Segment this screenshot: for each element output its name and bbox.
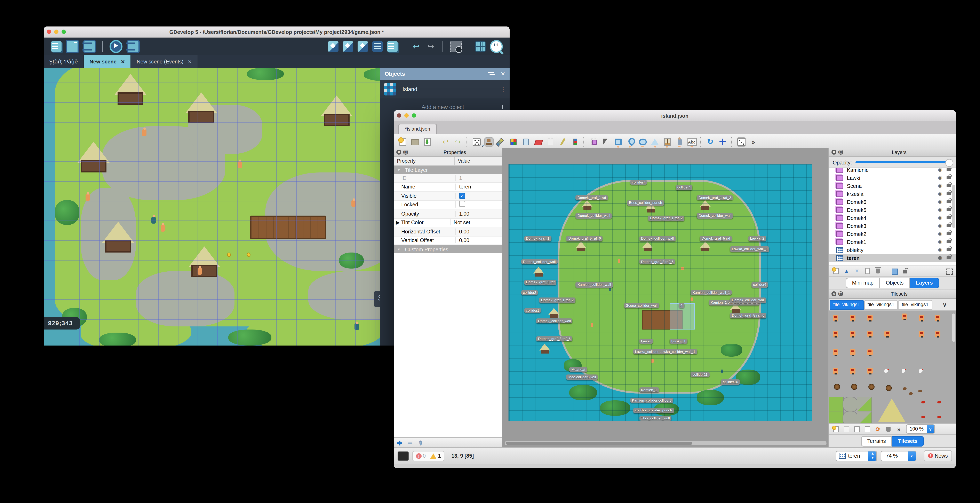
objects-groups-icon[interactable] (343, 41, 353, 51)
toggle-other-layers-icon[interactable] (891, 267, 899, 275)
close-icon[interactable]: ✕ (188, 59, 192, 64)
instances-list-icon[interactable] (372, 41, 383, 51)
layer-list-scrollbar[interactable] (952, 185, 955, 228)
unlock-icon[interactable] (947, 184, 951, 187)
insert-tile-icon[interactable]: ▽ (663, 137, 672, 146)
close-icon[interactable]: ✕ (121, 59, 125, 64)
redo-icon[interactable]: ↪ (426, 41, 436, 51)
layer-row-lawki[interactable]: Lawki◉ (829, 174, 956, 182)
grid-icon[interactable] (475, 41, 485, 51)
visibility-eye-icon[interactable]: ◉ (938, 239, 942, 244)
reload-tileset-icon[interactable]: ⟳ (874, 425, 882, 433)
edit-tileset-icon[interactable] (864, 425, 872, 433)
chevron-down-icon[interactable]: ∨ (934, 302, 956, 308)
tile-select-icon[interactable] (570, 137, 579, 146)
embed-tileset-icon[interactable] (843, 425, 851, 433)
layer-row-domek6[interactable]: Domek6◉ (829, 198, 956, 206)
delete-layer-icon[interactable] (874, 267, 882, 275)
spinner-icon[interactable]: ▲▼ (869, 451, 877, 460)
edit-polygons-icon[interactable] (601, 137, 610, 146)
property-value[interactable]: 1,00 (456, 211, 502, 217)
filter-icon[interactable] (488, 72, 495, 77)
bottom-tab-terrains[interactable]: Terrains (861, 436, 892, 446)
dock-tab-objects[interactable]: Objects (880, 278, 910, 288)
bottom-tab-tilesets[interactable]: Tilesets (892, 436, 924, 446)
unlock-icon[interactable] (947, 216, 951, 219)
news-button[interactable]: ! News (924, 450, 952, 461)
close-icon[interactable]: ✕ (501, 71, 505, 77)
layer-row-domek5[interactable]: Domek5◉ (829, 206, 956, 214)
move-icon[interactable] (718, 137, 727, 146)
highlight-layer-icon[interactable] (945, 267, 953, 275)
rotate-icon[interactable]: ↻ (706, 137, 715, 146)
new-file-icon[interactable] (398, 137, 407, 146)
insert-point-icon[interactable]: ▽ (626, 137, 635, 146)
tab-new-scene[interactable]: New scene✕ (84, 55, 131, 69)
scrollbar-thumb[interactable] (506, 442, 693, 445)
checkbox[interactable]: ✓ (459, 193, 465, 199)
visibility-eye-icon[interactable]: ◉ (938, 231, 942, 236)
unlock-icon[interactable] (947, 240, 951, 243)
property-value[interactable]: 0,00 (456, 237, 502, 243)
layer-row-domek3[interactable]: Domek3◉ (829, 222, 956, 230)
horizontal-scrollbar[interactable] (505, 441, 827, 445)
lower-layer-icon[interactable]: ▼ (853, 267, 861, 275)
chevron-down-icon[interactable]: ∨ (927, 425, 934, 433)
redo-icon[interactable]: ↪ (453, 137, 463, 146)
tileset-scrollbar[interactable] (952, 313, 955, 342)
visibility-eye-icon[interactable]: ◉ (938, 255, 942, 260)
tileset-tiles-view[interactable] (829, 311, 956, 423)
issues-indicator[interactable]: ! 0 1 (412, 451, 445, 461)
object-menu-icon[interactable]: ⋮ (500, 88, 506, 90)
unlock-icon[interactable] (947, 248, 951, 251)
close-icon[interactable]: ✕ (832, 291, 837, 296)
property-row-locked[interactable]: Locked (394, 201, 502, 210)
tileset-tab[interactable]: tile_vikings1 (864, 300, 898, 310)
insert-text-icon[interactable]: Abc▽ (687, 137, 697, 146)
property-row-name[interactable]: Nameteren (394, 183, 502, 192)
layer-row-teren[interactable]: teren◉ (829, 254, 956, 262)
debug-run-icon[interactable] (127, 40, 140, 53)
dice-tool-icon[interactable] (737, 137, 746, 146)
unlock-icon[interactable] (947, 256, 951, 259)
insert-polygon-icon[interactable]: ▽ (650, 137, 660, 146)
edit-properties-icon[interactable] (357, 41, 368, 51)
debug-icon[interactable] (83, 40, 96, 53)
random-mode-icon[interactable]: ∨ (472, 137, 481, 146)
property-row-id[interactable]: ID1 (394, 174, 502, 183)
lock-layers-icon[interactable] (901, 267, 909, 275)
play-icon[interactable] (109, 40, 122, 53)
open-file-icon[interactable] (410, 137, 420, 146)
property-value[interactable]: teren (456, 184, 502, 190)
property-row-opacity[interactable]: Opacity1,00 (394, 209, 502, 219)
property-value[interactable]: 1 (456, 175, 502, 181)
new-layer-icon[interactable] (832, 267, 840, 275)
edit-property-icon[interactable]: ✎ (417, 439, 425, 447)
eraser-icon[interactable] (533, 137, 542, 146)
new-tileset-icon[interactable] (832, 425, 840, 433)
property-value[interactable] (456, 201, 502, 208)
tile-layer-group-header[interactable]: ▼ Tile Layer (394, 166, 502, 174)
property-row-visible[interactable]: Visible✓ (394, 192, 502, 201)
scene-window-icon[interactable] (66, 40, 79, 53)
checkbox[interactable] (459, 201, 465, 207)
insert-rectangle-icon[interactable]: ▽ (613, 137, 623, 146)
save-file-icon[interactable] (423, 137, 432, 146)
unlock-icon[interactable] (947, 192, 951, 195)
visibility-eye-icon[interactable]: ◉ (938, 207, 942, 212)
property-row-vertical-offset[interactable]: Vertical Offset0,00 (394, 236, 502, 245)
mask-icon[interactable] (450, 40, 461, 52)
tileset-tab[interactable]: tile_vikings1 (830, 300, 864, 310)
layer-row-domek2[interactable]: Domek2◉ (829, 230, 956, 238)
chevron-down-icon[interactable]: ∨ (908, 451, 916, 460)
select-object-icon[interactable] (589, 137, 598, 146)
tileset-zoom-combo[interactable]: 100 %∨ (906, 424, 935, 434)
layer-row-obiekty[interactable]: obiekty◉ (829, 246, 956, 254)
float-icon[interactable]: ❐ (403, 150, 408, 155)
float-icon[interactable]: ❐ (838, 291, 843, 296)
dock-tab-layers[interactable]: Layers (910, 278, 939, 288)
rect-select-icon[interactable] (546, 137, 555, 146)
zoom-1-1-icon[interactable]: 1:1 (490, 40, 503, 53)
visibility-eye-icon[interactable]: ◉ (938, 199, 942, 204)
map-view[interactable]: collider7collider4Domek_graf_1 rafBees_c… (508, 164, 812, 421)
